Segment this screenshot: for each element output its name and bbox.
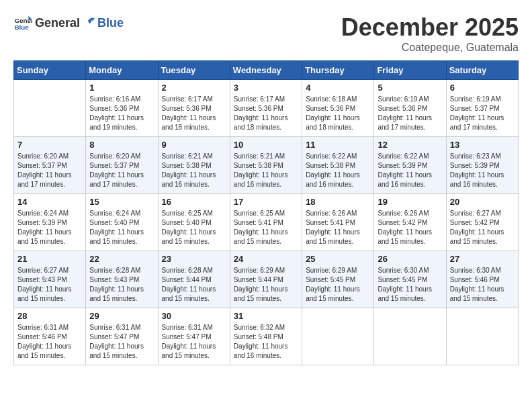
daylight-minutes-text: and 15 minutes. <box>17 351 82 361</box>
calendar-day-cell: 28Sunrise: 6:31 AMSunset: 5:46 PMDayligh… <box>14 308 86 365</box>
day-number: 5 <box>378 83 442 93</box>
day-info: Sunrise: 6:21 AMSunset: 5:38 PMDaylight:… <box>162 152 226 189</box>
day-number: 4 <box>306 83 370 93</box>
calendar-day-cell: 17Sunrise: 6:25 AMSunset: 5:41 PMDayligh… <box>230 194 302 251</box>
daylight-minutes-text: and 15 minutes. <box>162 237 226 246</box>
sunset-text: Sunset: 5:40 PM <box>162 218 226 228</box>
day-number: 7 <box>17 140 82 150</box>
sunset-text: Sunset: 5:37 PM <box>89 161 154 171</box>
sunset-text: Sunset: 5:38 PM <box>306 161 370 171</box>
sunrise-text: Sunrise: 6:21 AM <box>234 152 298 161</box>
calendar-day-cell: 20Sunrise: 6:27 AMSunset: 5:42 PMDayligh… <box>446 194 518 251</box>
calendar-day-cell <box>14 80 86 137</box>
calendar-day-cell: 19Sunrise: 6:26 AMSunset: 5:42 PMDayligh… <box>374 194 446 251</box>
calendar-day-cell: 4Sunrise: 6:18 AMSunset: 5:36 PMDaylight… <box>302 80 374 137</box>
day-info: Sunrise: 6:30 AMSunset: 5:46 PMDaylight:… <box>450 266 515 304</box>
day-number: 29 <box>89 311 154 321</box>
sunrise-text: Sunrise: 6:31 AM <box>17 323 82 332</box>
calendar-day-cell: 8Sunrise: 6:20 AMSunset: 5:37 PMDaylight… <box>86 137 158 194</box>
sunset-text: Sunset: 5:42 PM <box>450 218 515 228</box>
calendar-day-cell: 31Sunrise: 6:32 AMSunset: 5:48 PMDayligh… <box>230 308 302 365</box>
day-info: Sunrise: 6:32 AMSunset: 5:48 PMDaylight:… <box>234 323 298 361</box>
calendar-day-cell: 21Sunrise: 6:27 AMSunset: 5:43 PMDayligh… <box>14 251 86 308</box>
day-number: 15 <box>89 197 154 207</box>
day-number: 20 <box>450 197 515 207</box>
day-info: Sunrise: 6:29 AMSunset: 5:45 PMDaylight:… <box>306 266 370 304</box>
calendar-day-cell: 6Sunrise: 6:19 AMSunset: 5:37 PMDaylight… <box>446 80 518 137</box>
day-number: 16 <box>162 197 226 207</box>
daylight-minutes-text: and 15 minutes. <box>17 294 82 304</box>
day-number: 11 <box>306 140 370 150</box>
daylight-minutes-text: and 15 minutes. <box>378 294 442 304</box>
daylight-text: Daylight: 11 hours <box>306 285 370 294</box>
calendar-day-cell: 16Sunrise: 6:25 AMSunset: 5:40 PMDayligh… <box>158 194 230 251</box>
day-number: 8 <box>89 140 154 150</box>
sunset-text: Sunset: 5:41 PM <box>306 218 370 228</box>
daylight-minutes-text: and 17 minutes. <box>17 180 82 189</box>
calendar-day-cell: 11Sunrise: 6:22 AMSunset: 5:38 PMDayligh… <box>302 137 374 194</box>
calendar-day-cell: 1Sunrise: 6:16 AMSunset: 5:36 PMDaylight… <box>86 80 158 137</box>
day-info: Sunrise: 6:22 AMSunset: 5:39 PMDaylight:… <box>378 152 442 189</box>
day-info: Sunrise: 6:30 AMSunset: 5:45 PMDaylight:… <box>378 266 442 304</box>
sunset-text: Sunset: 5:46 PM <box>450 275 515 285</box>
day-number: 22 <box>89 254 154 264</box>
sunrise-text: Sunrise: 6:30 AM <box>450 266 515 275</box>
calendar-table: SundayMondayTuesdayWednesdayThursdayFrid… <box>13 60 519 365</box>
daylight-text: Daylight: 11 hours <box>306 228 370 237</box>
location-title: Coatepeque, Guatemala <box>341 42 519 54</box>
daylight-text: Daylight: 11 hours <box>234 113 298 123</box>
daylight-minutes-text: and 16 minutes. <box>306 180 370 189</box>
daylight-text: Daylight: 11 hours <box>234 171 298 180</box>
sunrise-text: Sunrise: 6:19 AM <box>378 95 442 104</box>
day-info: Sunrise: 6:23 AMSunset: 5:39 PMDaylight:… <box>450 152 515 189</box>
day-number: 31 <box>234 311 298 321</box>
calendar-header-day: Friday <box>374 61 446 80</box>
daylight-minutes-text: and 15 minutes. <box>450 294 515 304</box>
calendar-day-cell: 27Sunrise: 6:30 AMSunset: 5:46 PMDayligh… <box>446 251 518 308</box>
daylight-text: Daylight: 11 hours <box>17 342 82 351</box>
daylight-text: Daylight: 11 hours <box>162 228 226 237</box>
calendar-day-cell: 14Sunrise: 6:24 AMSunset: 5:39 PMDayligh… <box>14 194 86 251</box>
svg-text:Blue: Blue <box>14 24 29 31</box>
day-info: Sunrise: 6:28 AMSunset: 5:43 PMDaylight:… <box>89 266 154 304</box>
sunrise-text: Sunrise: 6:20 AM <box>17 152 82 161</box>
logo-icon: General Blue <box>13 13 32 32</box>
sunrise-text: Sunrise: 6:31 AM <box>162 323 226 332</box>
sunset-text: Sunset: 5:45 PM <box>306 275 370 285</box>
sunrise-text: Sunrise: 6:16 AM <box>89 95 154 104</box>
day-info: Sunrise: 6:27 AMSunset: 5:43 PMDaylight:… <box>17 266 82 304</box>
calendar-day-cell: 12Sunrise: 6:22 AMSunset: 5:39 PMDayligh… <box>374 137 446 194</box>
sunset-text: Sunset: 5:43 PM <box>17 275 82 285</box>
day-info: Sunrise: 6:22 AMSunset: 5:38 PMDaylight:… <box>306 152 370 189</box>
daylight-text: Daylight: 11 hours <box>450 228 515 237</box>
sunset-text: Sunset: 5:44 PM <box>162 275 226 285</box>
day-number: 12 <box>378 140 442 150</box>
calendar-header-day: Saturday <box>446 61 518 80</box>
sunrise-text: Sunrise: 6:21 AM <box>162 152 226 161</box>
sunset-text: Sunset: 5:45 PM <box>378 275 442 285</box>
daylight-minutes-text: and 16 minutes. <box>162 180 226 189</box>
day-number: 13 <box>450 140 515 150</box>
sunrise-text: Sunrise: 6:31 AM <box>89 323 154 332</box>
daylight-minutes-text: and 15 minutes. <box>17 237 82 246</box>
logo-blue-text: Blue <box>97 16 124 30</box>
day-info: Sunrise: 6:27 AMSunset: 5:42 PMDaylight:… <box>450 209 515 246</box>
sunset-text: Sunset: 5:36 PM <box>89 104 154 113</box>
day-number: 6 <box>450 83 515 93</box>
calendar-header-day: Thursday <box>302 61 374 80</box>
sunrise-text: Sunrise: 6:28 AM <box>89 266 154 275</box>
daylight-minutes-text: and 15 minutes. <box>89 351 154 361</box>
daylight-minutes-text: and 16 minutes. <box>378 180 442 189</box>
day-info: Sunrise: 6:18 AMSunset: 5:36 PMDaylight:… <box>306 95 370 132</box>
daylight-text: Daylight: 11 hours <box>378 285 442 294</box>
daylight-text: Daylight: 11 hours <box>234 228 298 237</box>
daylight-text: Daylight: 11 hours <box>306 171 370 180</box>
day-info: Sunrise: 6:26 AMSunset: 5:42 PMDaylight:… <box>378 209 442 246</box>
daylight-text: Daylight: 11 hours <box>162 113 226 123</box>
calendar-day-cell: 25Sunrise: 6:29 AMSunset: 5:45 PMDayligh… <box>302 251 374 308</box>
day-number: 24 <box>234 254 298 264</box>
day-number: 1 <box>89 83 154 93</box>
day-number: 18 <box>306 197 370 207</box>
daylight-text: Daylight: 11 hours <box>89 342 154 351</box>
calendar-day-cell: 24Sunrise: 6:29 AMSunset: 5:44 PMDayligh… <box>230 251 302 308</box>
